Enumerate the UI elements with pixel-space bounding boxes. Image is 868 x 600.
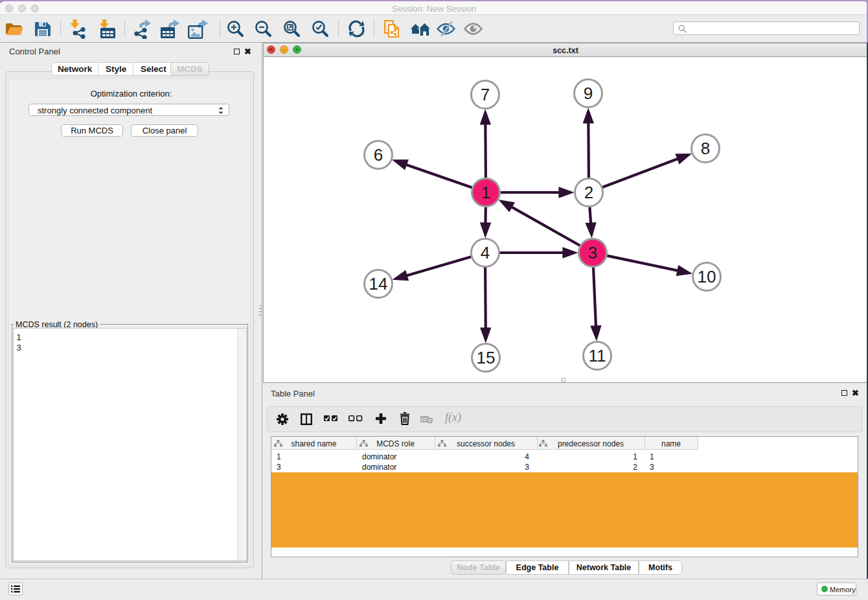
svg-text:9: 9 (584, 84, 593, 103)
svg-text:2: 2 (584, 183, 593, 202)
svg-text:10: 10 (698, 267, 716, 286)
svg-text:1: 1 (481, 183, 490, 202)
svg-text:8: 8 (701, 139, 710, 158)
svg-text:6: 6 (374, 145, 383, 165)
svg-text:15: 15 (477, 348, 496, 367)
svg-text:7: 7 (481, 85, 490, 104)
svg-text:11: 11 (589, 346, 606, 365)
svg-text:4: 4 (481, 243, 490, 262)
svg-text:14: 14 (369, 274, 388, 294)
svg-text:3: 3 (588, 243, 597, 262)
